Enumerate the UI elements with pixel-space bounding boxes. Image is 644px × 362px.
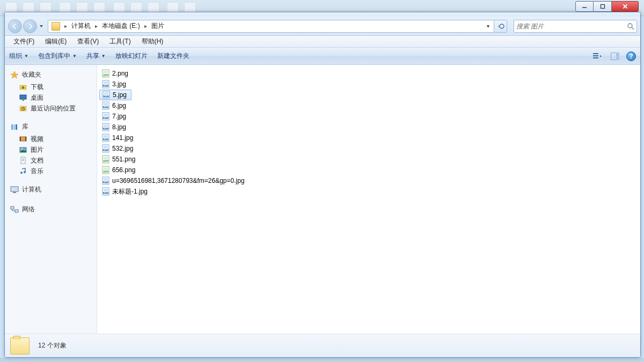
file-name: 6.jpg bbox=[112, 102, 126, 109]
svg-text:PNG: PNG bbox=[103, 170, 109, 173]
svg-text:JPG: JPG bbox=[103, 116, 108, 120]
slideshow-button[interactable]: 放映幻灯片 bbox=[115, 51, 148, 61]
file-item[interactable]: JPG532.jpg bbox=[99, 143, 135, 154]
file-item[interactable]: JPG未标题-1.jpg bbox=[99, 186, 150, 197]
help-button[interactable]: ? bbox=[626, 51, 636, 61]
view-mode-button[interactable] bbox=[592, 51, 604, 62]
chevron-right-icon[interactable]: ▸ bbox=[142, 23, 149, 29]
sidebar-computer-header[interactable]: 计算机 bbox=[5, 184, 97, 196]
file-item[interactable]: JPG7.jpg bbox=[99, 111, 128, 122]
svg-text:PNG: PNG bbox=[103, 159, 109, 162]
file-item[interactable]: PNG656.png bbox=[99, 165, 137, 175]
menu-bar: 文件(F) 编辑(E) 查看(V) 工具(T) 帮助(H) bbox=[5, 36, 640, 48]
svg-text:PNG: PNG bbox=[103, 73, 109, 77]
svg-text:JPG: JPG bbox=[104, 95, 109, 98]
status-text: 12 个对象 bbox=[38, 341, 67, 350]
file-name: 未标题-1.jpg bbox=[112, 187, 148, 196]
jpg-file-icon: JPG bbox=[101, 123, 110, 131]
png-file-icon: PNG bbox=[101, 155, 110, 164]
sidebar-item-downloads[interactable]: 下载 bbox=[5, 82, 97, 92]
sidebar-item-desktop[interactable]: 桌面 bbox=[5, 92, 97, 103]
new-folder-button[interactable]: 新建文件夹 bbox=[157, 51, 189, 61]
documents-library-icon bbox=[19, 156, 27, 165]
breadcrumb-drive[interactable]: 本地磁盘 (E:) bbox=[100, 20, 142, 32]
svg-text:JPG: JPG bbox=[103, 127, 108, 130]
menu-tools[interactable]: 工具(T) bbox=[104, 36, 136, 47]
file-item[interactable]: JPG141.jpg bbox=[99, 132, 135, 143]
svg-rect-18 bbox=[13, 124, 15, 130]
chevron-right-icon[interactable]: ▸ bbox=[62, 23, 69, 29]
file-name: u=3696516981,3671280793&fm=26&gp=0.jpg bbox=[112, 177, 245, 184]
forward-button[interactable] bbox=[23, 19, 37, 33]
file-list[interactable]: PNG2.pngJPG3.jpgJPG5.jpgJPG6.jpgJPG7.jpg… bbox=[97, 65, 640, 334]
svg-text:JPG: JPG bbox=[103, 149, 108, 152]
file-item[interactable]: JPG8.jpg bbox=[99, 122, 128, 132]
address-dropdown-icon[interactable]: ▾ bbox=[484, 23, 493, 29]
file-item[interactable]: JPG5.jpg bbox=[99, 90, 131, 100]
folder-icon bbox=[52, 22, 60, 31]
recent-places-icon bbox=[19, 104, 27, 113]
svg-point-30 bbox=[24, 171, 26, 173]
sidebar-favorites-header[interactable]: 收藏夹 bbox=[5, 69, 97, 82]
svg-point-24 bbox=[21, 149, 23, 150]
svg-text:JPG: JPG bbox=[103, 138, 108, 141]
minimize-button[interactable] bbox=[575, 1, 594, 12]
file-item[interactable]: PNG2.png bbox=[99, 68, 130, 79]
svg-rect-42 bbox=[104, 82, 108, 84]
pictures-library-icon bbox=[19, 145, 27, 154]
svg-text:JPG: JPG bbox=[103, 106, 108, 109]
close-button[interactable] bbox=[612, 1, 639, 12]
search-input[interactable] bbox=[516, 23, 627, 30]
menu-view[interactable]: 查看(V) bbox=[72, 36, 104, 47]
svg-rect-62 bbox=[104, 135, 108, 138]
file-item[interactable]: JPGu=3696516981,3671280793&fm=26&gp=0.jp… bbox=[99, 175, 247, 186]
explorer-window: ▸ 计算机 ▸ 本地磁盘 (E:) ▸ 图片 ▾ 文件(F) 编辑(E) 查看(… bbox=[4, 12, 641, 358]
file-item[interactable]: PNG551.png bbox=[99, 154, 137, 165]
svg-rect-25 bbox=[21, 157, 25, 164]
menu-help[interactable]: 帮助(H) bbox=[136, 36, 169, 47]
jpg-file-icon: JPG bbox=[101, 101, 110, 110]
svg-rect-54 bbox=[104, 114, 108, 116]
chevron-right-icon[interactable]: ▸ bbox=[93, 23, 100, 29]
svg-rect-17 bbox=[11, 124, 13, 130]
sidebar-item-pictures[interactable]: 图片 bbox=[5, 144, 97, 155]
svg-text:JPG: JPG bbox=[103, 181, 108, 184]
svg-rect-32 bbox=[13, 192, 16, 193]
file-name: 3.jpg bbox=[112, 80, 126, 88]
preview-pane-button[interactable] bbox=[609, 51, 621, 62]
menu-edit[interactable]: 编辑(E) bbox=[40, 36, 72, 47]
sidebar-libraries-header[interactable]: 库 bbox=[5, 121, 97, 134]
svg-rect-66 bbox=[104, 146, 108, 149]
svg-line-5 bbox=[632, 27, 634, 29]
file-item[interactable]: JPG3.jpg bbox=[99, 79, 128, 90]
file-item[interactable]: JPG6.jpg bbox=[99, 100, 128, 111]
svg-rect-70 bbox=[104, 157, 108, 159]
address-bar[interactable]: ▸ 计算机 ▸ 本地磁盘 (E:) ▸ 图片 ▾ bbox=[48, 20, 494, 33]
share-button[interactable]: 共享▼ bbox=[86, 51, 106, 61]
svg-marker-11 bbox=[11, 71, 18, 78]
svg-rect-82 bbox=[104, 189, 108, 191]
file-name: 656.png bbox=[112, 166, 135, 174]
breadcrumb-folder[interactable]: 图片 bbox=[149, 20, 166, 32]
search-icon bbox=[627, 23, 634, 30]
nav-history-dropdown[interactable] bbox=[38, 19, 45, 33]
sidebar-item-videos[interactable]: 视频 bbox=[5, 134, 97, 144]
svg-rect-34 bbox=[15, 210, 18, 212]
sidebar-network-header[interactable]: 网络 bbox=[5, 204, 97, 216]
sidebar-item-recent[interactable]: 最近访问的位置 bbox=[5, 103, 97, 114]
title-gradient bbox=[5, 12, 640, 17]
sidebar-item-documents[interactable]: 文档 bbox=[5, 155, 97, 166]
back-button[interactable] bbox=[8, 19, 22, 33]
breadcrumb-computer[interactable]: 计算机 bbox=[69, 20, 93, 32]
svg-rect-74 bbox=[104, 167, 108, 170]
organize-button[interactable]: 组织▼ bbox=[9, 51, 28, 61]
menu-file[interactable]: 文件(F) bbox=[8, 36, 40, 47]
svg-rect-22 bbox=[25, 137, 26, 141]
include-in-library-button[interactable]: 包含到库中▼ bbox=[38, 51, 77, 61]
jpg-file-icon: JPG bbox=[101, 187, 110, 196]
search-box[interactable] bbox=[514, 20, 637, 33]
sidebar-item-music[interactable]: 音乐 bbox=[5, 166, 97, 176]
svg-rect-14 bbox=[22, 100, 24, 101]
maximize-button[interactable] bbox=[594, 1, 612, 12]
refresh-button[interactable] bbox=[494, 20, 507, 33]
